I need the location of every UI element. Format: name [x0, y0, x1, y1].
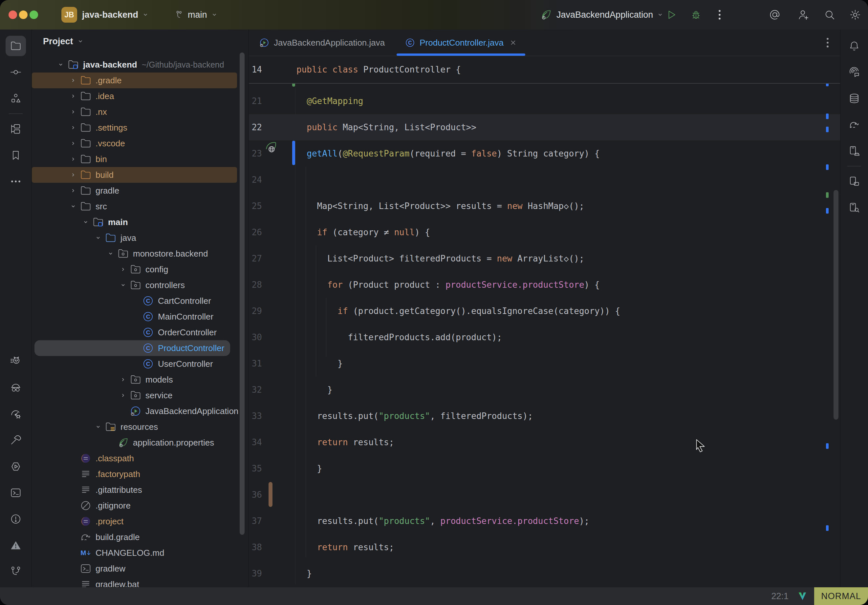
- project-tree-scrollbar[interactable]: [240, 53, 245, 535]
- bookmarks-icon[interactable]: [6, 145, 26, 166]
- tab-JavaBackendApplication.java[interactable]: JavaBackendApplication.java: [249, 29, 395, 56]
- chevron-down-icon[interactable]: [79, 214, 92, 230]
- editor-options-kebab-icon[interactable]: [821, 36, 834, 49]
- tree-item-OrderController[interactable]: COrderController: [32, 325, 248, 340]
- vim-icon[interactable]: [797, 591, 808, 601]
- chevron-right-icon[interactable]: [67, 73, 79, 88]
- tree-item-ProductController[interactable]: CProductController: [34, 340, 230, 356]
- profiler-icon[interactable]: [6, 404, 26, 424]
- tree-item-.nx[interactable]: .nx: [32, 104, 248, 120]
- tree-item-gradlew[interactable]: gradlew: [32, 561, 248, 576]
- terminal-icon[interactable]: [6, 483, 26, 503]
- more-tool-windows-icon[interactable]: [6, 171, 26, 192]
- tree-item-service[interactable]: service: [32, 387, 248, 403]
- chevron-right-icon[interactable]: [67, 120, 79, 136]
- debug-bug-icon[interactable]: [690, 8, 702, 21]
- running-devices-icon[interactable]: [844, 171, 864, 192]
- tab-ProductController.java[interactable]: CProductController.java: [395, 29, 527, 56]
- chevron-down-icon[interactable]: [92, 230, 104, 246]
- tree-item-gradle[interactable]: gradle: [32, 183, 248, 198]
- copilot-icon[interactable]: [6, 378, 26, 398]
- code-row-23[interactable]: 23 getAll(@RequestParam(required = false…: [249, 141, 840, 167]
- chevron-right-icon[interactable]: [67, 88, 79, 104]
- dash-cat-icon[interactable]: [6, 351, 26, 372]
- code-row-31[interactable]: 31 }: [249, 350, 840, 377]
- tree-item-models[interactable]: models: [32, 372, 248, 387]
- tree-item-MainController[interactable]: CMainController: [32, 309, 248, 325]
- version-control-icon[interactable]: [6, 562, 26, 582]
- editor-scrollbar[interactable]: [834, 190, 839, 419]
- chevron-right-icon[interactable]: [117, 261, 129, 277]
- code-row-35[interactable]: 35 }: [249, 455, 840, 482]
- error-stripe-mark[interactable]: [826, 208, 829, 214]
- tree-item-JavaBackendApplication[interactable]: JavaBackendApplication: [32, 403, 248, 419]
- tree-item-CartController[interactable]: CCartController: [32, 293, 248, 309]
- chevron-right-icon[interactable]: [117, 372, 129, 387]
- tree-item-CHANGELOG.md[interactable]: MCHANGELOG.md: [32, 545, 248, 561]
- code-row-39[interactable]: 39 }: [249, 560, 840, 586]
- tree-item-.project[interactable]: .project: [32, 514, 248, 529]
- notifications-bell-icon[interactable]: [844, 36, 864, 56]
- chevron-down-icon[interactable]: [67, 198, 79, 214]
- branch-switcher[interactable]: main: [174, 0, 218, 29]
- tree-item-bin[interactable]: bin: [32, 151, 248, 167]
- error-stripe-mark[interactable]: [826, 164, 829, 170]
- problems-icon[interactable]: [6, 509, 26, 529]
- notifications-warning-icon[interactable]: [6, 535, 26, 555]
- vim-mode-badge[interactable]: NORMAL: [814, 587, 868, 605]
- code-row-26[interactable]: 26 if (category ≠ null) {: [249, 219, 840, 245]
- tree-item-.gitignore[interactable]: .gitignore: [32, 498, 248, 514]
- code-row-28[interactable]: 28 for (Product product : productService…: [249, 272, 840, 298]
- tree-item-.settings[interactable]: .settings: [32, 120, 248, 136]
- chevron-down-icon[interactable]: [117, 277, 129, 293]
- minimize-window-button[interactable]: [19, 11, 28, 19]
- tree-item-.gitattributes[interactable]: .gitattributes: [32, 482, 248, 498]
- database-icon[interactable]: [844, 88, 864, 108]
- code-editor[interactable]: 14public class ProductController { 21 @G…: [249, 56, 840, 587]
- tree-item-java[interactable]: java: [32, 230, 248, 246]
- tree-item-controllers[interactable]: controllers: [32, 277, 248, 293]
- code-row-21[interactable]: 21 @GetMapping: [249, 88, 840, 114]
- chevron-down-icon[interactable]: [54, 57, 67, 73]
- chevron-right-icon[interactable]: [67, 136, 79, 151]
- spring-endpoint-icon[interactable]: [263, 141, 278, 155]
- error-stripe-mark[interactable]: [826, 443, 829, 449]
- add-user-icon[interactable]: [797, 8, 810, 21]
- code-row-25[interactable]: 25 Map<String, List<Product>> results = …: [249, 193, 840, 219]
- code-row-30[interactable]: 30 filteredProducts.add(product);: [249, 324, 840, 350]
- close-tab-icon[interactable]: [509, 39, 518, 47]
- code-row-33[interactable]: 33 results.put("products", filteredProdu…: [249, 403, 840, 429]
- tree-item-src[interactable]: src: [32, 198, 248, 214]
- tree-item-.idea[interactable]: .idea: [32, 88, 248, 104]
- project-folder-icon[interactable]: [6, 36, 26, 56]
- tree-item-.classpath[interactable]: .classpath: [32, 450, 248, 466]
- device-explorer-icon[interactable]: [844, 198, 864, 218]
- chevron-down-icon[interactable]: [92, 419, 104, 435]
- tree-item-build.gradle[interactable]: build.gradle: [32, 529, 248, 545]
- code-row-32[interactable]: 32 }: [249, 377, 840, 403]
- tree-item-config[interactable]: config: [32, 261, 248, 277]
- close-window-button[interactable]: [9, 11, 17, 19]
- project-panel-header[interactable]: Project: [43, 32, 84, 51]
- chevron-right-icon[interactable]: [67, 183, 79, 198]
- error-stripe-mark[interactable]: [826, 525, 829, 531]
- project-switcher[interactable]: java-backend: [82, 0, 149, 29]
- tree-item-monostore.backend[interactable]: monostore.backend: [32, 246, 248, 261]
- code-row-22[interactable]: 22 public Map<String, List<Product>>: [249, 114, 840, 141]
- caret-position[interactable]: 22:1: [771, 591, 789, 601]
- tree-item-java-backend[interactable]: java-backend~/Github/java-backend: [32, 57, 248, 73]
- build-hammer-icon[interactable]: [6, 430, 26, 450]
- code-row-38[interactable]: 38 return results;: [249, 534, 840, 560]
- commit-icon[interactable]: [6, 62, 26, 82]
- tree-item-.gradle[interactable]: .gradle: [32, 73, 237, 88]
- code-row-27[interactable]: 27 List<Product> filteredProducts = new …: [249, 245, 840, 272]
- zoom-window-button[interactable]: [29, 11, 38, 19]
- hierarchy-icon[interactable]: [6, 119, 26, 139]
- code-row-37[interactable]: 37 results.put("products", productServic…: [249, 508, 840, 534]
- structure-icon[interactable]: [6, 88, 26, 108]
- ai-at-icon[interactable]: [768, 8, 781, 21]
- code-row-34[interactable]: 34 return results;: [249, 429, 840, 455]
- code-row-29[interactable]: 29 if (product.getCategory().equalsIgnor…: [249, 298, 840, 324]
- services-icon[interactable]: [6, 456, 26, 477]
- chevron-down-icon[interactable]: [104, 246, 117, 261]
